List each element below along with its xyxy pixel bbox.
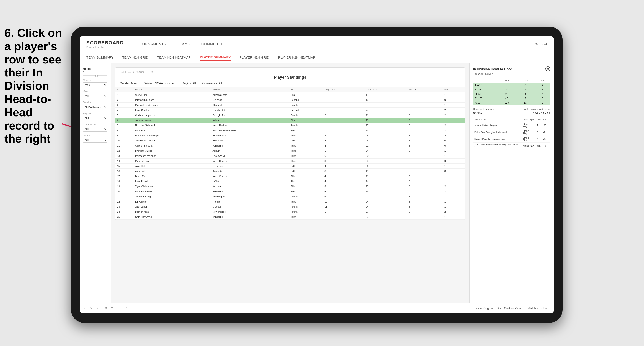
- cell-win: 0: [443, 143, 465, 148]
- no-rds-label: No Rds.: [83, 67, 107, 70]
- paste-button[interactable]: ⊡: [111, 306, 113, 310]
- subnav-team-summary[interactable]: TEAM SUMMARY: [86, 54, 114, 60]
- table-row[interactable]: 9 Preston Summerhays Arizona State Third…: [116, 133, 465, 138]
- subnav-player-summary[interactable]: PLAYER SUMMARY: [200, 54, 231, 61]
- logo-title: SCOREBOARD: [86, 40, 124, 46]
- logo-subtitle: Powered by clippi: [86, 46, 124, 48]
- tablet-screen: SCOREBOARD Powered by clippi TOURNAMENTS…: [80, 36, 554, 313]
- more-button[interactable]: ⋯: [116, 306, 119, 310]
- table-row[interactable]: 21 Taehoon Song Washington Fourth 6 22 8…: [116, 194, 465, 199]
- h2h-opponents-pct: 98.1%: [473, 111, 482, 115]
- subnav-player-h2h-grid[interactable]: PLAYER H2H GRID: [240, 54, 269, 60]
- cell-no-rds: 8: [407, 92, 443, 98]
- table-row[interactable]: 19 Tiger Christensen Arizona Third 8 23 …: [116, 184, 465, 189]
- tournament-score: -7: [542, 129, 550, 136]
- subnav-team-h2h-heatmap[interactable]: TEAM H2H HEATMAP: [157, 54, 191, 60]
- table-row[interactable]: 16 Alex Goff Kentucky Fifth 8 19 8 0: [116, 169, 465, 174]
- table-row[interactable]: 14 Maxwell Ford North Carolina Third 3 2…: [116, 159, 465, 164]
- table-row[interactable]: 8 Mats Ege East Tennessee State Fifth 1 …: [116, 128, 465, 133]
- cell-reg-rank: 10: [323, 199, 364, 204]
- subnav-player-h2h-heatmap[interactable]: PLAYER H2H HEATMAP: [278, 54, 315, 60]
- h2h-title: In Division Head-to-Head ×: [473, 66, 550, 71]
- region-select[interactable]: N/A: [83, 116, 107, 121]
- table-row[interactable]: 22 Ian Gilligan Florida Third 10 24 8 1: [116, 199, 465, 204]
- cell-conf-rank: 21: [364, 113, 407, 118]
- table-row[interactable]: 4 Luke Clanton Florida State Second 1 27…: [116, 108, 465, 113]
- cell-player: Matthew Riedel: [133, 189, 211, 194]
- division-select[interactable]: NCAA Division I: [83, 105, 107, 109]
- player-select[interactable]: (All): [83, 138, 107, 143]
- cell-win: 2: [443, 123, 465, 128]
- cell-yr: Third: [289, 159, 323, 164]
- cell-win: 1: [443, 92, 465, 98]
- copy-button[interactable]: ⧉: [106, 306, 108, 310]
- year-select[interactable]: (All): [83, 94, 107, 98]
- table-row[interactable]: 23 Jack Lundin Missouri Fourth 11 24 8 1: [116, 204, 465, 209]
- gender-select[interactable]: Men: [83, 82, 107, 87]
- cell-reg-rank: 1: [323, 118, 364, 123]
- cell-school: Arkansas: [211, 138, 289, 143]
- share-button[interactable]: Share: [542, 306, 549, 310]
- cell-player: David Ford: [133, 174, 211, 179]
- cell-win: 2: [443, 133, 465, 138]
- cell-no-rds: 8: [407, 143, 443, 148]
- cell-num: 4: [116, 108, 133, 113]
- conference-select[interactable]: (All): [83, 127, 107, 132]
- table-row[interactable]: 24 Bastien Amat New Mexico Fourth 1 27 8…: [116, 209, 465, 214]
- table-row[interactable]: 2 Michael La Sasso Ole Miss Second 1 19 …: [116, 98, 465, 103]
- subnav-team-h2h-grid[interactable]: TEAM H2H GRID: [122, 54, 148, 60]
- cell-player: Ian Gilligan: [133, 199, 211, 204]
- table-row[interactable]: 1 Wenyi Ding Arizona State First 1 1 8 1: [116, 92, 465, 98]
- refresh-button[interactable]: ↻: [126, 306, 129, 310]
- conference-filter-label: Conference: [83, 123, 107, 126]
- table-row[interactable]: 17 David Ford North Carolina Third 4 21 …: [116, 174, 465, 179]
- table-row[interactable]: 11 Gordon Sargent Vanderbilt Third 4 21 …: [116, 143, 465, 148]
- cell-reg-rank: 2: [323, 113, 364, 118]
- cell-win: 1: [443, 194, 465, 199]
- h2h-loss: 6: [515, 96, 535, 101]
- nav-teams[interactable]: TEAMS: [177, 41, 190, 47]
- watch-button[interactable]: Watch ▾: [528, 306, 538, 310]
- table-row[interactable]: 25 Cole Sherwood Vanderbilt Third 12 23 …: [116, 214, 465, 219]
- table-row[interactable]: 15 Jake Hall Tennessee Fifth 4 26 8 1: [116, 164, 465, 169]
- h2h-close-button[interactable]: ×: [546, 66, 550, 71]
- cell-reg-rank: 4: [323, 138, 364, 143]
- cell-conf-rank: 19: [364, 118, 407, 123]
- forward-button[interactable]: →: [96, 306, 98, 310]
- view-original-button[interactable]: View: Original: [476, 306, 494, 310]
- sign-out-link[interactable]: Sign out: [535, 42, 547, 46]
- cell-win: 2: [443, 184, 465, 189]
- center-panel: Update time: 27/03/2024 16:56:26 Player …: [111, 63, 470, 303]
- nav-right: Sign out: [535, 42, 547, 46]
- cell-player: Michael La Sasso: [133, 98, 211, 103]
- table-row[interactable]: 7 Nicholas Gabrelcik North Florida Fourt…: [116, 123, 465, 128]
- year-filter-label: Year: [83, 90, 107, 93]
- h2h-opponents-row: Opponents in division: W-L-T record in-d…: [473, 108, 550, 110]
- cell-win: 1: [443, 199, 465, 204]
- cell-reg-rank: 6: [323, 154, 364, 159]
- h2h-range: 26-50: [473, 92, 498, 96]
- cell-win: 1: [443, 154, 465, 159]
- standings-table: # Player School Yr Reg Rank Conf Rank No…: [116, 87, 465, 219]
- table-row[interactable]: 20 Matthew Riedel Vanderbilt Fifth 4 26 …: [116, 189, 465, 194]
- col-conf-rank: Conf Rank: [364, 87, 407, 92]
- table-row[interactable]: 3 Michael Thorbjornsen Stanford Fourth 1…: [116, 103, 465, 108]
- cell-win: 0: [443, 98, 465, 103]
- table-row[interactable]: 12 Brendan Valdes Auburn Third 1 24 8 1: [116, 148, 465, 154]
- standings-header: Update time: 27/03/2024 16:56:26 Player …: [116, 68, 465, 87]
- table-row[interactable]: 18 Luke Powell UCLA First 4 24 8 1: [116, 179, 465, 184]
- cell-yr: Third: [289, 199, 323, 204]
- nav-tournaments[interactable]: TOURNAMENTS: [137, 41, 166, 47]
- nav-committee[interactable]: COMMITTEE: [201, 41, 224, 47]
- no-rds-slider[interactable]: [83, 75, 107, 76]
- redo-button[interactable]: ↪: [90, 306, 92, 310]
- cell-num: 22: [116, 199, 133, 204]
- undo-button[interactable]: ↩: [84, 306, 86, 310]
- table-row[interactable]: 13 Phichaksn Maichon Texas A&M Third 6 3…: [116, 154, 465, 159]
- table-row[interactable]: 5 Christo Lamprecht Georgia Tech Fourth …: [116, 113, 465, 118]
- cell-reg-rank: 11: [323, 204, 364, 209]
- table-row[interactable]: 6 Jackson Koivun Auburn First 1 19 8 1: [116, 118, 465, 123]
- table-row[interactable]: 10 Jacob Mou-Olesen Arkansas Fifth 4 25 …: [116, 138, 465, 143]
- h2h-loss: 4: [515, 92, 535, 96]
- save-custom-button[interactable]: Save Custom View: [497, 306, 521, 310]
